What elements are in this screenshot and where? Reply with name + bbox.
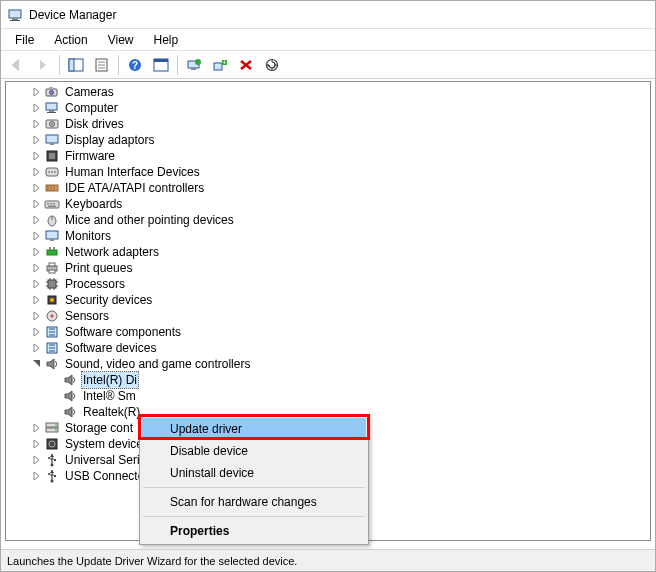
uninstall-device-button[interactable]: [234, 54, 258, 76]
tree-node[interactable]: Cameras: [6, 84, 650, 100]
ctx-update-driver[interactable]: Update driver: [142, 418, 366, 440]
expand-icon[interactable]: [30, 117, 44, 131]
software-icon: [44, 324, 60, 340]
tree-node-label: Computer: [63, 100, 120, 116]
tree-node[interactable]: IDE ATA/ATAPI controllers: [6, 180, 650, 196]
svg-point-36: [54, 171, 56, 173]
tree-node-label: Intel(R) Di: [81, 371, 139, 389]
properties-button[interactable]: [90, 54, 114, 76]
expander-none: [48, 389, 62, 403]
tree-node-label: System device: [63, 436, 145, 452]
expand-icon[interactable]: [30, 213, 44, 227]
ctx-uninstall-device[interactable]: Uninstall device: [142, 462, 366, 484]
expand-icon[interactable]: [30, 293, 44, 307]
collapse-icon[interactable]: [30, 357, 44, 371]
back-button[interactable]: [5, 54, 29, 76]
svg-point-28: [51, 123, 52, 124]
tree-node-label: Mice and other pointing devices: [63, 212, 236, 228]
security-icon: [44, 292, 60, 308]
action-button[interactable]: [149, 54, 173, 76]
menu-action[interactable]: Action: [44, 31, 97, 49]
add-legacy-hardware-button[interactable]: +: [208, 54, 232, 76]
expand-icon[interactable]: [30, 165, 44, 179]
software-icon: [44, 340, 60, 356]
forward-button[interactable]: [31, 54, 55, 76]
tree-node[interactable]: Monitors: [6, 228, 650, 244]
sound-icon: [62, 388, 78, 404]
help-button[interactable]: ?: [123, 54, 147, 76]
tree-node[interactable]: Computer: [6, 100, 650, 116]
svg-point-34: [48, 171, 50, 173]
display-icon: [44, 132, 60, 148]
tree-node-label: Storage cont: [63, 420, 135, 436]
menu-view[interactable]: View: [98, 31, 144, 49]
ctx-label: Update driver: [170, 422, 242, 436]
ctx-disable-device[interactable]: Disable device: [142, 440, 366, 462]
tree-node[interactable]: Print queues: [6, 260, 650, 276]
expand-icon[interactable]: [30, 197, 44, 211]
ctx-label: Disable device: [170, 444, 248, 458]
tree-node-label: USB Connecto: [63, 468, 146, 484]
tree-node[interactable]: Sensors: [6, 308, 650, 324]
expand-icon[interactable]: [30, 149, 44, 163]
tree-node[interactable]: Network adapters: [6, 244, 650, 260]
tree-node[interactable]: Software components: [6, 324, 650, 340]
svg-text:?: ?: [132, 60, 138, 71]
expand-icon[interactable]: [30, 133, 44, 147]
expand-icon[interactable]: [30, 181, 44, 195]
expand-icon[interactable]: [30, 341, 44, 355]
ctx-label: Properties: [170, 524, 229, 538]
disk-icon: [44, 116, 60, 132]
tree-node[interactable]: Processors: [6, 276, 650, 292]
update-driver-button[interactable]: [182, 54, 206, 76]
svg-rect-24: [49, 110, 54, 112]
tree-node[interactable]: Disk drives: [6, 116, 650, 132]
tree-node-label: Sensors: [63, 308, 111, 324]
usb-icon: [44, 452, 60, 468]
tree-node[interactable]: Keyboards: [6, 196, 650, 212]
expand-icon[interactable]: [30, 229, 44, 243]
menu-help[interactable]: Help: [144, 31, 189, 49]
show-hide-console-tree-button[interactable]: [64, 54, 88, 76]
scan-hardware-button[interactable]: [260, 54, 284, 76]
expand-icon[interactable]: [30, 277, 44, 291]
svg-point-77: [51, 464, 54, 467]
expand-icon[interactable]: [30, 453, 44, 467]
tree-node[interactable]: Display adaptors: [6, 132, 650, 148]
svg-rect-48: [46, 231, 58, 239]
expand-icon[interactable]: [30, 437, 44, 451]
ctx-properties[interactable]: Properties: [142, 520, 366, 542]
tree-node-label: Network adapters: [63, 244, 161, 260]
expand-icon[interactable]: [30, 421, 44, 435]
menu-bar: File Action View Help: [1, 29, 655, 51]
expand-icon[interactable]: [30, 309, 44, 323]
tree-node-label: Realtek(R): [81, 404, 142, 420]
svg-rect-30: [50, 143, 54, 145]
svg-point-74: [55, 429, 57, 431]
menu-file[interactable]: File: [5, 31, 44, 49]
expand-icon[interactable]: [30, 261, 44, 275]
tree-node-label: Software devices: [63, 340, 158, 356]
tree-node[interactable]: Security devices: [6, 292, 650, 308]
status-bar: Launches the Update Driver Wizard for th…: [1, 549, 655, 571]
tree-node-label: Monitors: [63, 228, 113, 244]
svg-text:+: +: [222, 58, 226, 65]
tree-node[interactable]: Firmware: [6, 148, 650, 164]
expand-icon[interactable]: [30, 469, 44, 483]
expand-icon[interactable]: [30, 85, 44, 99]
tree-node[interactable]: Human Interface Devices: [6, 164, 650, 180]
tree-node[interactable]: Intel(R) Di: [6, 372, 650, 388]
hid-icon: [44, 164, 60, 180]
expand-icon[interactable]: [30, 101, 44, 115]
ctx-scan-hardware[interactable]: Scan for hardware changes: [142, 491, 366, 513]
app-icon: [7, 7, 23, 23]
tree-node[interactable]: Sound, video and game controllers: [6, 356, 650, 372]
expand-icon[interactable]: [30, 325, 44, 339]
window-title: Device Manager: [29, 8, 116, 22]
expand-icon[interactable]: [30, 245, 44, 259]
tree-node[interactable]: Intel® Sm: [6, 388, 650, 404]
svg-point-35: [51, 171, 53, 173]
tree-node[interactable]: Software devices: [6, 340, 650, 356]
svg-point-81: [48, 473, 50, 475]
tree-node[interactable]: Mice and other pointing devices: [6, 212, 650, 228]
